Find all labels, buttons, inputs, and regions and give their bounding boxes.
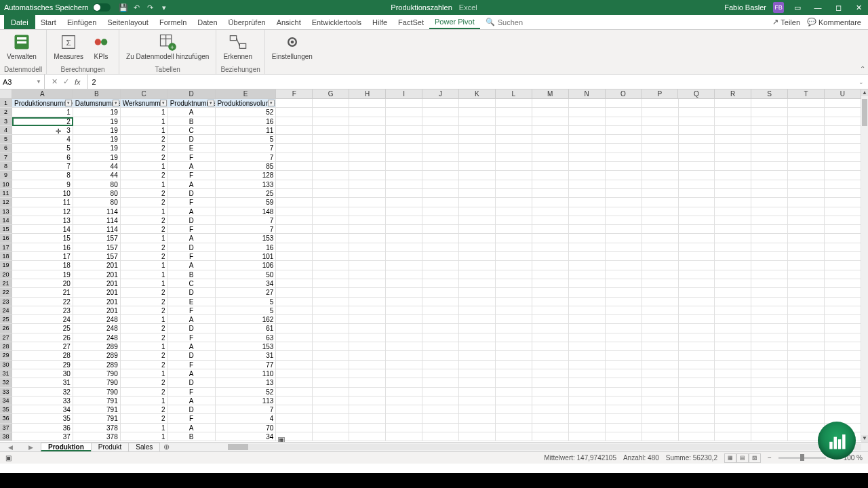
cell[interactable] — [788, 162, 825, 171]
cell[interactable] — [606, 216, 642, 225]
cell[interactable] — [642, 261, 679, 270]
cell[interactable] — [642, 108, 679, 117]
cell[interactable] — [276, 225, 313, 234]
cell[interactable] — [715, 351, 751, 360]
cell[interactable] — [715, 99, 751, 108]
cell[interactable]: 2 — [121, 324, 168, 333]
cell[interactable] — [788, 333, 825, 342]
cell[interactable]: 110 — [216, 369, 277, 378]
cell[interactable] — [422, 261, 459, 270]
cell[interactable] — [532, 306, 569, 315]
cell[interactable] — [386, 361, 422, 369]
cell[interactable] — [642, 396, 679, 405]
cell[interactable] — [788, 270, 825, 279]
cell[interactable] — [349, 388, 386, 396]
cell[interactable] — [715, 315, 751, 324]
cell[interactable] — [569, 180, 606, 189]
cell[interactable] — [679, 405, 715, 414]
cell[interactable]: A — [168, 234, 216, 243]
cell[interactable] — [715, 225, 751, 234]
tab-formeln[interactable]: Formeln — [154, 15, 192, 29]
row-header[interactable]: 9 — [0, 171, 12, 180]
accept-formula-icon[interactable]: ✓ — [63, 77, 69, 86]
cell[interactable]: F — [168, 225, 216, 234]
cell[interactable]: 201 — [73, 288, 121, 297]
cell[interactable] — [715, 252, 751, 261]
cell[interactable]: 11 — [12, 198, 73, 207]
cell[interactable] — [825, 99, 861, 108]
cell[interactable]: 4 — [216, 414, 277, 423]
cell[interactable] — [386, 405, 422, 414]
cell[interactable] — [532, 171, 569, 180]
cell[interactable] — [459, 405, 496, 414]
cell[interactable] — [788, 388, 825, 396]
cell[interactable] — [606, 298, 642, 306]
cell[interactable] — [422, 396, 459, 405]
cell[interactable] — [715, 369, 751, 378]
cell[interactable] — [606, 378, 642, 387]
cell[interactable]: 19 — [73, 153, 121, 162]
cell[interactable] — [459, 378, 496, 387]
cell[interactable]: 80 — [73, 189, 121, 198]
cell[interactable]: 35 — [12, 414, 73, 423]
cell[interactable] — [788, 279, 825, 288]
cell[interactable] — [825, 117, 861, 126]
cell[interactable] — [642, 216, 679, 225]
cell[interactable] — [386, 252, 422, 261]
cell[interactable] — [422, 126, 459, 135]
cell[interactable]: 1 — [121, 369, 168, 378]
cell[interactable]: 157 — [73, 234, 121, 243]
cell[interactable] — [313, 369, 349, 378]
cell[interactable] — [349, 405, 386, 414]
cell[interactable] — [679, 207, 715, 216]
tab-hilfe[interactable]: Hilfe — [367, 15, 393, 29]
cell[interactable] — [422, 298, 459, 306]
row-header[interactable]: 19 — [0, 261, 12, 270]
cell[interactable] — [386, 378, 422, 387]
cell[interactable]: 26 — [12, 333, 73, 342]
cell[interactable] — [532, 342, 569, 351]
cell[interactable] — [825, 189, 861, 198]
cell[interactable] — [386, 279, 422, 288]
cell[interactable] — [386, 207, 422, 216]
cell[interactable] — [349, 378, 386, 387]
cell[interactable] — [532, 396, 569, 405]
cell[interactable] — [679, 279, 715, 288]
cell[interactable] — [313, 207, 349, 216]
cell[interactable] — [313, 117, 349, 126]
filter-dropdown-icon[interactable]: ▾ — [160, 100, 167, 106]
scroll-thumb[interactable] — [862, 99, 867, 126]
cell[interactable] — [386, 180, 422, 189]
row-header[interactable]: 17 — [0, 243, 12, 252]
row-header[interactable]: 31 — [0, 369, 12, 378]
cell[interactable] — [569, 252, 606, 261]
cell[interactable] — [569, 135, 606, 144]
cell[interactable] — [642, 270, 679, 279]
redo-icon[interactable]: ↷ — [146, 3, 155, 12]
cell[interactable] — [349, 252, 386, 261]
cell[interactable] — [715, 298, 751, 306]
cell[interactable] — [679, 432, 715, 441]
autosave-toggle[interactable]: Automatisches Speichern — [4, 3, 111, 12]
cell[interactable] — [569, 315, 606, 324]
cell[interactable] — [825, 135, 861, 144]
cell[interactable]: 1 — [121, 261, 168, 270]
cell[interactable]: 2 — [121, 144, 168, 152]
cell[interactable] — [606, 270, 642, 279]
cell[interactable] — [349, 144, 386, 152]
cell[interactable]: Werksnummer▾ — [121, 99, 168, 108]
cell[interactable] — [276, 333, 313, 342]
cell[interactable]: 248 — [73, 333, 121, 342]
cell[interactable] — [422, 144, 459, 152]
row-header[interactable]: 18 — [0, 252, 12, 261]
cell[interactable] — [788, 351, 825, 360]
cell[interactable] — [349, 369, 386, 378]
cell[interactable] — [606, 198, 642, 207]
cell[interactable]: 77 — [216, 361, 277, 369]
cell[interactable] — [313, 298, 349, 306]
cell[interactable] — [349, 198, 386, 207]
cell[interactable]: 2 — [121, 135, 168, 144]
cell[interactable] — [751, 252, 788, 261]
cell[interactable] — [276, 361, 313, 369]
row-header[interactable]: 23 — [0, 298, 12, 306]
